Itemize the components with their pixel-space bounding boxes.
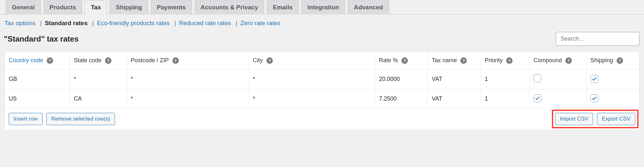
separator: |: [234, 20, 237, 26]
help-icon[interactable]: ?: [565, 57, 572, 64]
help-icon[interactable]: ?: [401, 57, 408, 64]
cell-postcode[interactable]: *: [127, 69, 249, 89]
cell-postcode[interactable]: *: [127, 89, 249, 108]
subnav-eco-rates[interactable]: Eco-friendly products rates: [97, 20, 170, 26]
table-row[interactable]: GB * * * 20.0000 VAT 1: [5, 69, 639, 89]
search-input[interactable]: [556, 32, 639, 46]
tax-rates-table: Country code ? State code ? Postcode / Z…: [5, 52, 639, 130]
compound-checkbox[interactable]: [533, 74, 541, 82]
col-city-label: City: [253, 57, 263, 64]
col-country-code[interactable]: Country code ?: [5, 52, 70, 69]
col-state-code: State code ?: [70, 52, 127, 69]
compound-checkbox[interactable]: [533, 94, 541, 102]
subnav-standard-rates[interactable]: Standard rates: [45, 20, 88, 26]
tax-subnav: Tax options | Standard rates | Eco-frien…: [0, 15, 644, 31]
col-city: City ?: [249, 52, 375, 69]
cell-city[interactable]: *: [249, 89, 375, 108]
remove-rows-button[interactable]: Remove selected row(s): [46, 113, 115, 125]
insert-row-button[interactable]: Insert row: [9, 113, 43, 125]
tab-integration[interactable]: Integration: [301, 0, 345, 15]
cell-priority[interactable]: 1: [481, 69, 530, 89]
shipping-checkbox[interactable]: [591, 75, 598, 83]
col-shipping-label: Shipping: [591, 57, 613, 64]
tab-products[interactable]: Products: [43, 0, 82, 15]
help-icon[interactable]: ?: [617, 57, 623, 64]
help-icon[interactable]: ?: [105, 57, 111, 64]
cell-rate[interactable]: 7.2500: [375, 89, 428, 108]
table-row[interactable]: US CA * * 7.2500 VAT 1: [5, 89, 639, 108]
help-icon[interactable]: ?: [266, 57, 273, 64]
col-rate-label: Rate %: [379, 57, 398, 64]
col-priority-label: Priority: [485, 57, 503, 64]
tab-accounts-privacy[interactable]: Accounts & Privacy: [195, 0, 264, 15]
cell-compound: [529, 69, 586, 89]
settings-tabs: General Products Tax Shipping Payments A…: [0, 0, 644, 15]
separator: |: [173, 20, 176, 26]
cell-tax-name[interactable]: VAT: [428, 69, 481, 89]
tab-tax[interactable]: Tax: [85, 0, 107, 15]
col-state-code-label: State code: [74, 57, 101, 64]
separator: |: [91, 20, 94, 26]
col-tax-name: Tax name ?: [428, 52, 481, 69]
import-csv-button[interactable]: Import CSV: [555, 113, 593, 125]
cell-compound: [529, 89, 586, 108]
cell-country[interactable]: GB: [5, 69, 70, 89]
col-tax-name-label: Tax name: [432, 57, 457, 64]
col-rate: Rate % ?: [375, 52, 428, 69]
tab-emails[interactable]: Emails: [267, 0, 299, 15]
cell-rate[interactable]: 20.0000: [375, 69, 428, 89]
col-country-code-label: Country code: [9, 57, 43, 64]
subnav-reduced-rates[interactable]: Reduced rate rates: [179, 20, 231, 26]
help-icon[interactable]: ?: [460, 57, 467, 64]
cell-state[interactable]: *: [70, 69, 127, 89]
subnav-zero-rates[interactable]: Zero rate rates: [240, 20, 281, 26]
tab-advanced[interactable]: Advanced: [348, 0, 389, 15]
page-title: "Standard" tax rates: [4, 34, 556, 44]
cell-priority[interactable]: 1: [481, 89, 530, 108]
help-icon[interactable]: ?: [172, 57, 179, 64]
col-compound-label: Compound: [533, 57, 562, 64]
export-csv-button[interactable]: Export CSV: [597, 113, 635, 125]
cell-shipping: [586, 89, 639, 108]
tab-shipping[interactable]: Shipping: [110, 0, 148, 15]
cell-tax-name[interactable]: VAT: [428, 89, 481, 108]
help-icon[interactable]: ?: [506, 57, 513, 64]
tab-payments[interactable]: Payments: [151, 0, 192, 15]
separator: |: [38, 20, 42, 26]
cell-country[interactable]: US: [5, 89, 70, 108]
shipping-checkbox[interactable]: [591, 94, 598, 102]
tab-general[interactable]: General: [6, 0, 41, 15]
help-icon[interactable]: ?: [47, 57, 53, 64]
col-shipping: Shipping ?: [586, 52, 639, 69]
col-compound: Compound ?: [529, 52, 586, 69]
col-postcode: Postcode / ZIP ?: [127, 52, 249, 69]
cell-city[interactable]: *: [249, 69, 375, 89]
col-priority: Priority ?: [481, 52, 530, 69]
cell-shipping: [586, 69, 639, 89]
subnav-tax-options[interactable]: Tax options: [5, 20, 35, 26]
col-postcode-label: Postcode / ZIP: [131, 57, 169, 64]
cell-state[interactable]: CA: [70, 89, 127, 108]
